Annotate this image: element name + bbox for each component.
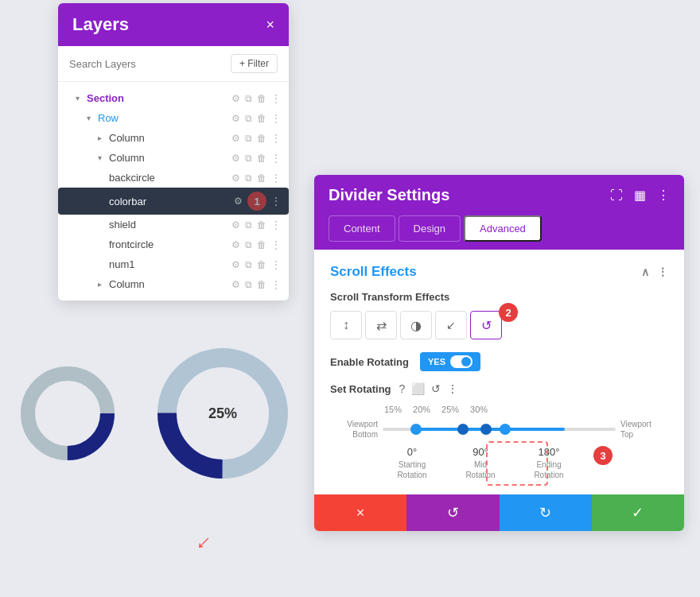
backcircle-label: backcircle [109, 172, 231, 184]
copy-icon[interactable]: ⧉ [245, 219, 252, 231]
help-icon[interactable]: ? [399, 382, 406, 395]
tab-content[interactable]: Content [329, 215, 395, 242]
chart-area: 25% [0, 342, 310, 485]
transform-horizontal-icon[interactable]: ⇄ [365, 311, 397, 339]
delete-icon[interactable]: 🗑 [257, 219, 266, 231]
more-icon[interactable]: ⋮ [271, 93, 281, 104]
tab-design[interactable]: Design [399, 215, 461, 242]
tree-item-shield[interactable]: shield ⚙ ⧉ 🗑 ⋮ [58, 215, 289, 235]
copy-icon[interactable]: ⧉ [245, 133, 252, 144]
gear-icon[interactable]: ⚙ [231, 239, 240, 250]
tree-item-num1[interactable]: num1 ⚙ ⧉ 🗑 ⋮ [58, 254, 289, 274]
backcircle-icons: ⚙ ⧉ 🗑 ⋮ [231, 173, 281, 184]
reset-button[interactable]: ↺ [406, 494, 499, 531]
more-icon[interactable]: ⋮ [447, 382, 458, 395]
delete-icon[interactable]: 🗑 [257, 259, 266, 270]
vertical-arrows-icon: ↕ [343, 318, 349, 332]
close-icon[interactable]: × [266, 17, 274, 33]
enable-rotating-label: Enable Rotating [330, 356, 409, 368]
copy-icon[interactable]: ⧉ [245, 239, 252, 250]
gear-icon[interactable]: ⚙ [234, 196, 243, 207]
column-label: Column [109, 132, 231, 144]
delete-icon[interactable]: 🗑 [257, 279, 266, 290]
tree-item-colorbar[interactable]: colorbar ⚙ 1 ⋮ [58, 188, 289, 215]
copy-icon[interactable]: ⧉ [245, 113, 252, 124]
search-input[interactable] [69, 58, 223, 70]
more-icon[interactable]: ⋮ [271, 133, 281, 144]
slider-dot-4[interactable] [500, 424, 511, 435]
delete-icon[interactable]: 🗑 [257, 133, 266, 144]
horizontal-arrows-icon: ⇄ [376, 318, 387, 333]
collapse-icon[interactable]: ∧ [641, 266, 649, 278]
tree-item-frontcircle[interactable]: frontcircle ⚙ ⧉ 🗑 ⋮ [58, 235, 289, 254]
filter-button[interactable]: + Filter [231, 54, 278, 73]
tree-item-column3[interactable]: ▸ Column ⚙ ⧉ 🗑 ⋮ [58, 274, 289, 294]
slider-track[interactable] [383, 428, 616, 431]
more-options-icon[interactable]: ⋮ [657, 188, 670, 203]
more-icon[interactable]: ⋮ [271, 259, 281, 270]
enable-rotating-toggle[interactable]: YES [420, 352, 480, 371]
more-icon[interactable]: ⋮ [271, 173, 281, 184]
mid-label: MidRotation [465, 459, 495, 480]
confirm-button[interactable]: ✓ [592, 494, 684, 531]
expand-arrow: ▸ [98, 280, 109, 289]
tree-item-column2[interactable]: ▾ Column ⚙ ⧉ 🗑 ⋮ [58, 148, 289, 168]
gear-icon[interactable]: ⚙ [231, 133, 240, 144]
settings-body: Scroll Effects ∧ ⋮ Scroll Transform Effe… [314, 250, 684, 494]
more-icon[interactable]: ⋮ [271, 153, 281, 164]
gear-icon[interactable]: ⚙ [231, 219, 240, 231]
confirm-icon: ✓ [632, 504, 644, 521]
layers-search-bar: + Filter [58, 46, 289, 82]
toggle-switch [450, 355, 472, 368]
tree-item-row[interactable]: ▾ Row ⚙ ⧉ 🗑 ⋮ [58, 108, 289, 128]
delete-icon[interactable]: 🗑 [257, 239, 266, 250]
delete-icon[interactable]: 🗑 [257, 113, 266, 124]
gear-icon[interactable]: ⚙ [231, 93, 240, 104]
more-icon[interactable]: ⋮ [271, 196, 281, 207]
transform-vertical-icon[interactable]: ↕ [330, 311, 362, 339]
reset-icon: ↺ [447, 504, 459, 521]
delete-icon[interactable]: 🗑 [257, 173, 266, 184]
delete-icon[interactable]: 🗑 [257, 153, 266, 164]
cancel-button[interactable]: × [314, 494, 406, 531]
gear-icon[interactable]: ⚙ [231, 113, 240, 124]
gear-icon[interactable]: ⚙ [231, 153, 240, 164]
more-icon[interactable]: ⋮ [271, 279, 281, 290]
more-icon[interactable]: ⋮ [657, 266, 668, 278]
arrow-indicator: ↑ [190, 531, 216, 557]
grid-icon[interactable]: ▦ [634, 188, 646, 203]
slider-dot-1[interactable] [410, 424, 422, 435]
tree-item-backcircle[interactable]: backcircle ⚙ ⧉ 🗑 ⋮ [58, 168, 289, 188]
slider-dot-2[interactable] [457, 424, 469, 435]
tree-item-section[interactable]: ▾ Section ⚙ ⧉ 🗑 ⋮ [58, 88, 289, 108]
slider-dot-3[interactable] [480, 424, 492, 435]
badge-1: 1 [247, 192, 266, 211]
more-icon[interactable]: ⋮ [271, 113, 281, 124]
copy-icon[interactable]: ⧉ [245, 93, 252, 104]
expand-arrow: ▸ [98, 134, 109, 142]
pct-20: 20% [413, 405, 430, 414]
copy-icon[interactable]: ⧉ [245, 173, 252, 184]
fullscreen-icon[interactable]: ⛶ [610, 188, 623, 203]
refresh-button[interactable]: ↻ [500, 494, 592, 531]
more-icon[interactable]: ⋮ [271, 219, 281, 231]
delete-icon[interactable]: 🗑 [257, 93, 266, 104]
copy-icon[interactable]: ⧉ [245, 153, 252, 164]
transform-opacity-icon[interactable]: ◑ [400, 311, 432, 339]
gear-icon[interactable]: ⚙ [231, 173, 240, 184]
copy-icon[interactable]: ⧉ [245, 279, 252, 290]
viewport-bottom-label: ViewportBottom [330, 419, 378, 440]
transform-rotate-icon[interactable]: ↺ [470, 311, 502, 339]
tree-item-column1[interactable]: ▸ Column ⚙ ⧉ 🗑 ⋮ [58, 128, 289, 148]
transform-skew-icon[interactable]: ↙ [435, 311, 467, 339]
gear-icon[interactable]: ⚙ [231, 279, 240, 290]
slider-section: 15% 20% 25% 30% ViewportBottom ViewportT… [330, 405, 668, 480]
rotation-container: 0° StartingRotation 90° MidRotation 180°… [330, 446, 668, 480]
device-icon[interactable]: ⬜ [411, 382, 425, 395]
more-icon[interactable]: ⋮ [271, 239, 281, 250]
opacity-icon: ◑ [410, 318, 422, 333]
tab-advanced[interactable]: Advanced [464, 215, 542, 242]
copy-icon[interactable]: ⧉ [245, 259, 252, 270]
reset-icon[interactable]: ↺ [431, 382, 441, 395]
gear-icon[interactable]: ⚙ [231, 259, 240, 270]
